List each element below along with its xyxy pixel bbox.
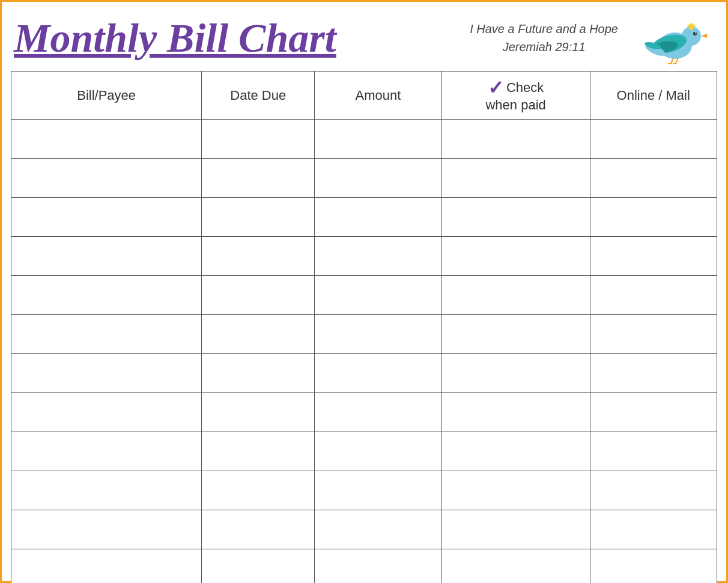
table-cell[interactable] bbox=[590, 315, 717, 354]
col-header-date: Date Due bbox=[202, 72, 315, 120]
table-cell[interactable] bbox=[315, 237, 442, 276]
table-row bbox=[11, 471, 717, 510]
table-cell[interactable] bbox=[11, 198, 202, 237]
table-row bbox=[11, 120, 717, 159]
table-cell[interactable] bbox=[11, 159, 202, 198]
table-cell[interactable] bbox=[202, 549, 315, 584]
table-cell[interactable] bbox=[315, 432, 442, 471]
table-cell[interactable] bbox=[202, 198, 315, 237]
table-cell[interactable] bbox=[315, 276, 442, 315]
table-row bbox=[11, 315, 717, 354]
table-cell[interactable] bbox=[441, 198, 590, 237]
svg-line-16 bbox=[671, 61, 672, 64]
table-cell[interactable] bbox=[315, 120, 442, 159]
table-cell[interactable] bbox=[441, 471, 590, 510]
table-cell[interactable] bbox=[590, 159, 717, 198]
table-cell[interactable] bbox=[590, 432, 717, 471]
table-row bbox=[11, 432, 717, 471]
table-cell[interactable] bbox=[590, 354, 717, 393]
col-header-online: Online / Mail bbox=[590, 72, 717, 120]
table-cell[interactable] bbox=[441, 393, 590, 432]
table-body bbox=[11, 120, 717, 584]
table-cell[interactable] bbox=[590, 393, 717, 432]
table-cell[interactable] bbox=[590, 276, 717, 315]
check-label-top: Check bbox=[506, 80, 544, 96]
table-cell[interactable] bbox=[11, 432, 202, 471]
table-cell[interactable] bbox=[315, 198, 442, 237]
table-cell[interactable] bbox=[202, 432, 315, 471]
table-cell[interactable] bbox=[202, 276, 315, 315]
page-title: Monthly Bill Chart bbox=[14, 16, 336, 61]
table-row bbox=[11, 159, 717, 198]
page-wrapper: Monthly Bill Chart I Have a Future and a… bbox=[0, 0, 728, 583]
table-cell[interactable] bbox=[202, 354, 315, 393]
table-cell[interactable] bbox=[590, 198, 717, 237]
bird-icon bbox=[642, 11, 708, 65]
table-cell[interactable] bbox=[11, 393, 202, 432]
tagline-line2: Jeremiah 29:11 bbox=[503, 38, 586, 56]
svg-point-12 bbox=[690, 23, 693, 26]
svg-point-2 bbox=[693, 32, 697, 35]
checkmark-icon: ✓ bbox=[488, 78, 504, 97]
table-cell[interactable] bbox=[590, 510, 717, 549]
table-cell[interactable] bbox=[11, 510, 202, 549]
table-container: Bill/Payee Date Due Amount ✓ Check bbox=[2, 71, 726, 583]
table-row bbox=[11, 393, 717, 432]
table-cell[interactable] bbox=[441, 432, 590, 471]
table-row bbox=[11, 510, 717, 549]
table-row bbox=[11, 198, 717, 237]
table-cell[interactable] bbox=[441, 237, 590, 276]
title-area: Monthly Bill Chart bbox=[14, 16, 336, 61]
table-cell[interactable] bbox=[11, 471, 202, 510]
table-cell[interactable] bbox=[11, 315, 202, 354]
header: Monthly Bill Chart I Have a Future and a… bbox=[2, 2, 726, 71]
table-row bbox=[11, 276, 717, 315]
table-cell[interactable] bbox=[441, 354, 590, 393]
table-cell[interactable] bbox=[441, 510, 590, 549]
table-cell[interactable] bbox=[441, 159, 590, 198]
bill-table: Bill/Payee Date Due Amount ✓ Check bbox=[11, 71, 717, 583]
check-label-bottom: when paid bbox=[485, 97, 545, 113]
tagline-area: I Have a Future and a Hope Jeremiah 29:1… bbox=[470, 20, 618, 56]
table-cell[interactable] bbox=[590, 471, 717, 510]
svg-marker-4 bbox=[701, 34, 707, 38]
table-cell[interactable] bbox=[11, 237, 202, 276]
table-cell[interactable] bbox=[315, 549, 442, 584]
table-cell[interactable] bbox=[202, 510, 315, 549]
table-header-row: Bill/Payee Date Due Amount ✓ Check bbox=[11, 72, 717, 120]
table-cell[interactable] bbox=[202, 120, 315, 159]
table-cell[interactable] bbox=[11, 549, 202, 584]
table-cell[interactable] bbox=[202, 471, 315, 510]
table-cell[interactable] bbox=[441, 276, 590, 315]
table-cell[interactable] bbox=[315, 393, 442, 432]
table-cell[interactable] bbox=[202, 393, 315, 432]
table-cell[interactable] bbox=[315, 315, 442, 354]
table-cell[interactable] bbox=[11, 276, 202, 315]
col-header-check: ✓ Check when paid bbox=[441, 72, 590, 120]
table-cell[interactable] bbox=[590, 549, 717, 584]
tagline-line1: I Have a Future and a Hope bbox=[470, 20, 618, 38]
table-cell[interactable] bbox=[202, 159, 315, 198]
table-cell[interactable] bbox=[315, 159, 442, 198]
table-row bbox=[11, 354, 717, 393]
table-cell[interactable] bbox=[315, 354, 442, 393]
table-cell[interactable] bbox=[202, 315, 315, 354]
table-cell[interactable] bbox=[11, 354, 202, 393]
table-row bbox=[11, 237, 717, 276]
table-cell[interactable] bbox=[315, 510, 442, 549]
table-cell[interactable] bbox=[441, 549, 590, 584]
svg-point-3 bbox=[695, 32, 696, 34]
table-cell[interactable] bbox=[11, 120, 202, 159]
check-header-content: ✓ Check when paid bbox=[444, 78, 587, 113]
table-cell[interactable] bbox=[315, 471, 442, 510]
col-header-amount: Amount bbox=[315, 72, 442, 120]
col-header-bill: Bill/Payee bbox=[11, 72, 202, 120]
table-row bbox=[11, 549, 717, 584]
table-cell[interactable] bbox=[202, 237, 315, 276]
table-cell[interactable] bbox=[590, 120, 717, 159]
table-cell[interactable] bbox=[590, 237, 717, 276]
table-cell[interactable] bbox=[441, 315, 590, 354]
table-cell[interactable] bbox=[441, 120, 590, 159]
